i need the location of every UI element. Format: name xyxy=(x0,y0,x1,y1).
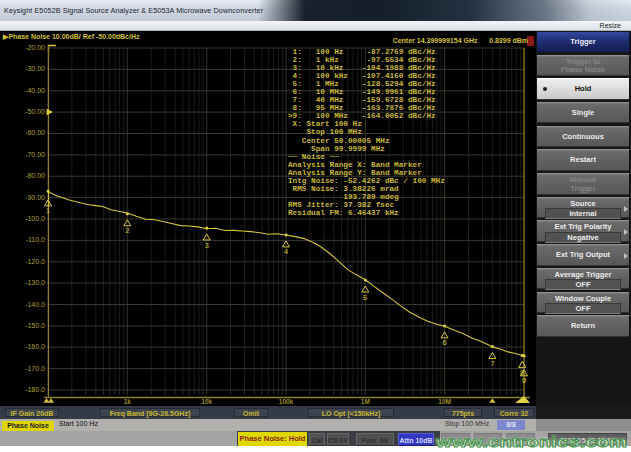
svg-text:100k: 100k xyxy=(279,398,294,405)
svg-text:7: 7 xyxy=(490,360,495,368)
svg-text:2: 2 xyxy=(125,227,130,235)
svg-text:10M: 10M xyxy=(438,398,451,405)
svg-text:9: 9 xyxy=(522,377,527,385)
svg-text:1M: 1M xyxy=(361,398,370,405)
svg-text:1: 1 xyxy=(46,207,51,215)
svg-text:5: 5 xyxy=(363,294,368,302)
svg-text:4: 4 xyxy=(284,248,289,256)
svg-text:10k: 10k xyxy=(201,398,212,405)
svg-text:6: 6 xyxy=(442,339,447,347)
svg-text:3: 3 xyxy=(204,242,209,250)
svg-text:1k: 1k xyxy=(124,398,132,405)
